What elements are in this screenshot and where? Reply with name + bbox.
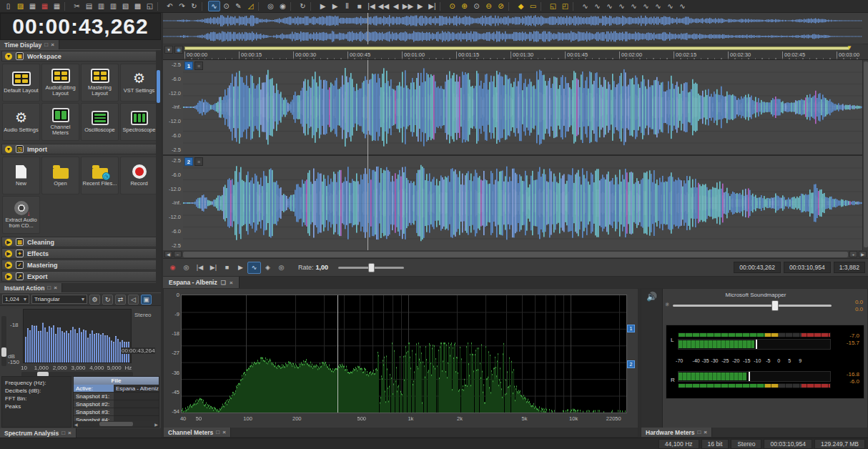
redo-icon[interactable]: ↷ bbox=[176, 1, 188, 11]
waveform-channel-2[interactable] bbox=[183, 156, 862, 250]
channel-1-button[interactable]: 1 bbox=[627, 325, 635, 332]
crop-selection-icon[interactable]: ◱ bbox=[547, 1, 559, 11]
audio-editing-layout-button[interactable]: AudioEditing Layout bbox=[41, 64, 79, 102]
new-file-icon[interactable]: ▯ bbox=[2, 1, 14, 11]
loop-playback-icon[interactable]: ◎ bbox=[265, 1, 277, 11]
record-button[interactable]: Record bbox=[120, 157, 158, 194]
rewind-icon[interactable]: ◀ bbox=[390, 1, 402, 11]
region-icon[interactable]: ▭ bbox=[527, 1, 539, 11]
close-icon[interactable]: × bbox=[68, 430, 71, 436]
recent-files-button[interactable]: ◷ Recent Files... bbox=[81, 157, 119, 194]
gain-lock-icon[interactable]: ⎈ bbox=[665, 301, 669, 308]
restart-icon[interactable]: ↻ bbox=[297, 1, 309, 11]
envelope-tool-icon[interactable]: ◿ bbox=[245, 1, 257, 11]
copy-icon[interactable]: ▤ bbox=[83, 1, 95, 11]
close-icon[interactable]: × bbox=[51, 41, 54, 48]
section-cleaning[interactable]: ▶ ▨ Cleaning bbox=[1, 237, 159, 247]
default-layout-button[interactable]: Default Layout bbox=[2, 64, 40, 102]
settings-gear-icon[interactable]: ⚙ bbox=[89, 295, 100, 305]
channel-2-menu-icon[interactable]: ≡ bbox=[194, 157, 203, 166]
channel-2-button[interactable]: 2 bbox=[627, 360, 635, 368]
process-tool-icon[interactable]: ∿ bbox=[628, 1, 640, 11]
new-button[interactable]: New bbox=[2, 157, 40, 194]
sync-icon[interactable]: ⇄ bbox=[115, 295, 126, 305]
scroll-left-icon[interactable]: ◀ bbox=[164, 251, 172, 257]
marker-icon[interactable]: ◆ bbox=[515, 1, 527, 11]
monitor-icon[interactable]: ◈ bbox=[261, 262, 275, 274]
toolbar-icon[interactable] bbox=[64, 2, 69, 11]
section-workspace[interactable]: ▼ ▣ Workspace bbox=[1, 51, 159, 61]
play-icon[interactable]: ▶ bbox=[329, 1, 341, 11]
process-tool-icon[interactable]: ∿ bbox=[664, 1, 676, 11]
toolbar-icon[interactable] bbox=[290, 2, 295, 11]
playback-cursor[interactable] bbox=[368, 60, 368, 250]
cut-icon[interactable]: ✂ bbox=[71, 1, 83, 11]
save-all-icon[interactable]: ▦ bbox=[51, 1, 63, 11]
section-effects[interactable]: ▶ ✦ Effects bbox=[1, 248, 159, 259]
time-display-tab[interactable]: Time Display □ × bbox=[0, 40, 59, 49]
magnify-tool-icon[interactable]: ⊙ bbox=[220, 1, 232, 11]
channel-meters-button[interactable]: Channel Meters bbox=[41, 103, 79, 141]
extract-audio-cd-button[interactable]: ↓ Extract Audio from CD... bbox=[2, 196, 40, 234]
channel-2-badge[interactable]: 2 bbox=[184, 157, 193, 166]
channel-meters-tab[interactable]: Channel Meters □ × bbox=[164, 428, 231, 437]
vst-settings-button[interactable]: ⚙ VST Settings bbox=[120, 64, 158, 102]
spectroscope-button[interactable]: Spectroscope bbox=[120, 103, 158, 141]
float-icon[interactable]: □ bbox=[61, 430, 65, 436]
table-row[interactable]: Snapshot #2: bbox=[74, 400, 159, 408]
slider-handle[interactable] bbox=[368, 263, 375, 272]
process-tool-icon[interactable]: ∿ bbox=[579, 1, 591, 11]
marker-menu-icon[interactable]: ▾ bbox=[164, 46, 173, 54]
expand-arrow-icon[interactable]: ▶ bbox=[5, 239, 12, 246]
float-icon[interactable]: □ bbox=[44, 41, 48, 48]
mix-icon[interactable]: ▩ bbox=[132, 1, 144, 11]
toolbar-icon[interactable] bbox=[573, 2, 578, 11]
go-to-start-icon[interactable]: |◀ bbox=[193, 262, 207, 274]
section-export[interactable]: ▶ ↗ Export bbox=[1, 271, 159, 282]
instant-action-tab[interactable]: Instant Action □ × bbox=[0, 283, 62, 292]
hardware-meters-tab[interactable]: Hardware Meters □ × bbox=[641, 428, 712, 437]
channel-meters-plot[interactable] bbox=[181, 295, 627, 413]
expand-arrow-icon[interactable]: ▶ bbox=[5, 250, 12, 257]
save-icon[interactable]: ▦ bbox=[26, 1, 39, 11]
save-as-icon[interactable]: ▦ bbox=[39, 1, 51, 11]
scrollbar-thumb[interactable] bbox=[183, 252, 848, 257]
paste-icon[interactable]: ▥ bbox=[95, 1, 107, 11]
toolbar-icon[interactable] bbox=[202, 2, 207, 11]
trim-crop-icon[interactable]: ◱ bbox=[144, 1, 156, 11]
stop-icon[interactable]: ■ bbox=[220, 262, 234, 274]
section-mastering[interactable]: ▶ ✓ Mastering bbox=[1, 260, 159, 270]
speaker-icon[interactable]: 🔊 bbox=[641, 289, 663, 429]
mastering-layout-button[interactable]: Mastering Layout bbox=[81, 64, 119, 102]
time-ruler[interactable]: ▾ ◉ ▼ 00:00:0000:00:1500:00:3000:00:4500… bbox=[163, 44, 868, 60]
rate-slider[interactable] bbox=[338, 267, 404, 269]
process-tool-icon[interactable]: ∿ bbox=[676, 1, 689, 11]
float-icon[interactable]: □ bbox=[698, 429, 701, 435]
waveform-view[interactable]: -2.5-6.0-12.0-inf.-12.0-6.0-2.5 -2.5-6.0… bbox=[163, 60, 868, 250]
go-to-start-icon[interactable]: |◀ bbox=[365, 1, 378, 11]
float-icon[interactable]: □ bbox=[216, 429, 220, 435]
stop-icon[interactable]: ■ bbox=[353, 1, 365, 11]
open-file-icon[interactable]: ▨ bbox=[14, 1, 26, 11]
zoom-window-icon[interactable]: ⊘ bbox=[495, 1, 507, 11]
toolbar-icon[interactable] bbox=[157, 2, 162, 11]
close-icon[interactable]: × bbox=[222, 429, 226, 435]
spectrum-analysis-tab[interactable]: Spectrum Analysis □ × bbox=[0, 428, 77, 438]
audio-settings-button[interactable]: ⚙ Audio Settings bbox=[2, 103, 40, 141]
loop-region-bar[interactable] bbox=[184, 46, 849, 50]
table-row[interactable]: Active: Espana - Albeniz bbox=[74, 385, 159, 393]
waveform-hscrollbar[interactable]: ◀ − + ▶ bbox=[163, 250, 868, 259]
metronome-icon[interactable]: ◉ bbox=[277, 1, 289, 11]
rewind-all-icon[interactable]: ◀◀ bbox=[378, 1, 390, 11]
waveform-vscrollbar[interactable] bbox=[862, 60, 868, 250]
process-tool-icon[interactable]: ∿ bbox=[652, 1, 664, 11]
zoom-in-icon[interactable]: + bbox=[849, 251, 857, 257]
zoom-selection-icon[interactable]: ⊙ bbox=[470, 1, 483, 11]
section-import[interactable]: ▼ ◳ Import bbox=[1, 144, 159, 154]
go-to-end-icon[interactable]: ▶| bbox=[207, 262, 220, 274]
scrollbar-thumb[interactable] bbox=[157, 70, 160, 103]
lock-icon[interactable]: ▣ bbox=[141, 295, 152, 305]
edit-tool-icon[interactable]: ∿ bbox=[208, 1, 220, 11]
output-gain-slider[interactable] bbox=[673, 305, 832, 307]
float-icon[interactable]: ❏ bbox=[221, 280, 226, 286]
